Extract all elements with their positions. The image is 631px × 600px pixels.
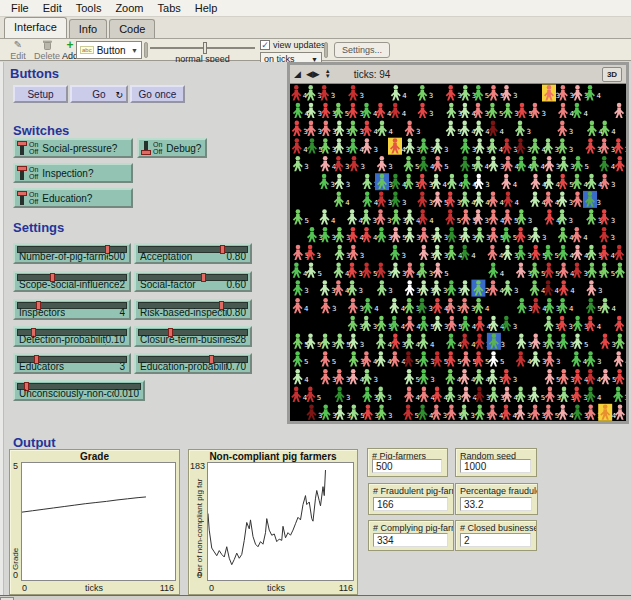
menu-zoom[interactable]: Zoom [109, 1, 149, 15]
svg-text:3: 3 [625, 146, 626, 154]
svg-text:3: 3 [304, 288, 308, 296]
menu-tabs[interactable]: Tabs [152, 1, 187, 15]
svg-text:3: 3 [527, 252, 531, 260]
speed-slider-knob[interactable] [203, 42, 207, 54]
view-updates-checkbox[interactable]: ✓ [260, 40, 270, 50]
svg-text:3: 3 [416, 128, 420, 136]
svg-text:5: 5 [430, 323, 434, 331]
menu-file[interactable]: File [5, 1, 35, 15]
vertical-arrows-icon[interactable]: ▲▼ [325, 69, 331, 79]
svg-text:4: 4 [611, 128, 616, 136]
svg-text:4: 4 [612, 412, 617, 420]
slider-acceptation[interactable]: Acceptation0.80 [134, 243, 252, 264]
svg-text:3: 3 [556, 92, 560, 100]
slider-inspectors[interactable]: Inspectors4 [13, 299, 131, 320]
on-off-labels: OnOff [29, 166, 38, 180]
svg-text:3: 3 [541, 110, 545, 118]
svg-text:5: 5 [485, 359, 489, 367]
switch-knob[interactable] [17, 141, 27, 146]
switch-label: Inspection? [42, 168, 93, 179]
view-updates-toggle[interactable]: ✓ view updates [260, 40, 326, 50]
slider-risk-based-inspection[interactable]: Risk-based-inspection0.80 [134, 299, 252, 320]
svg-text:5: 5 [612, 376, 616, 384]
section-heading-settings: Settings [13, 220, 64, 235]
svg-text:3: 3 [486, 234, 490, 242]
svg-text:5: 5 [317, 394, 321, 402]
switch-debug[interactable]: OnOffDebug? [137, 138, 207, 158]
switch-toggle[interactable] [17, 165, 27, 181]
switch-toggle[interactable] [17, 140, 27, 156]
pencil-icon: ✎ [6, 40, 30, 51]
svg-text:5: 5 [415, 412, 419, 420]
edit-tool[interactable]: ✎ Edit [6, 40, 30, 61]
svg-text:3: 3 [332, 412, 336, 420]
setup-button[interactable]: Setup [13, 85, 68, 103]
horizontal-scrollbar[interactable] [0, 595, 631, 600]
slider-detection-probability[interactable]: Detection-probability0.10 [13, 326, 131, 347]
go-button[interactable]: Go↻ [70, 85, 128, 103]
tab-code[interactable]: Code [109, 19, 155, 38]
slider-value: 0.70 [227, 361, 246, 372]
slider-scope-social-influence[interactable]: Scope-social-influence2 [13, 271, 131, 292]
slider-education-probability[interactable]: Education-probability0.70 [134, 353, 252, 374]
slider-value: 0.10 [106, 334, 125, 345]
svg-text:3: 3 [471, 412, 475, 420]
speed-slider[interactable]: normal speed [150, 40, 255, 64]
world-view-header: ◢ ◀▶ ▲▼ ticks: 94 3D [290, 65, 626, 84]
3d-view-button[interactable]: 3D [602, 67, 622, 82]
svg-text:3: 3 [611, 181, 615, 189]
go-once-button[interactable]: Go once [130, 85, 185, 103]
world-field[interactable]: 4333433355333344335344433435353445333334… [290, 84, 626, 421]
switch-education[interactable]: OnOffEducation? [13, 188, 133, 208]
switch-inspection[interactable]: OnOffInspection? [13, 163, 133, 183]
svg-text:4: 4 [485, 199, 490, 207]
tab-info[interactable]: Info [69, 19, 107, 38]
svg-text:4: 4 [304, 305, 309, 313]
slider-closure-term-business[interactable]: Closure-term-business28 [134, 326, 252, 347]
svg-text:4: 4 [597, 394, 602, 402]
switch-toggle[interactable] [17, 190, 27, 206]
menu-help[interactable]: Help [189, 1, 224, 15]
switch-toggle[interactable] [141, 140, 151, 156]
widget-type-dropdown[interactable]: abc Button ▼ [76, 41, 142, 59]
svg-text:5: 5 [611, 270, 615, 278]
slider-value: 500 [108, 251, 125, 262]
menu-edit[interactable]: Edit [37, 1, 68, 15]
svg-text:3: 3 [527, 146, 531, 154]
svg-text:3: 3 [584, 270, 588, 278]
switch-social-pressure[interactable]: OnOffSocial-pressure? [13, 138, 133, 158]
horizontal-arrows-icon[interactable]: ◀▶ [306, 70, 320, 79]
svg-text:3: 3 [444, 146, 448, 154]
svg-text:3: 3 [457, 305, 461, 313]
slider-educators[interactable]: Educators3 [13, 353, 131, 374]
slider-social-factor[interactable]: Social-factor0.60 [134, 271, 252, 292]
monitor-value: 500 [372, 459, 442, 473]
svg-text:3: 3 [318, 110, 322, 118]
svg-text:4: 4 [485, 305, 490, 313]
svg-text:4: 4 [471, 376, 476, 384]
svg-text:4: 4 [304, 376, 309, 384]
slider-number-of-pig-farmers[interactable]: Number-of-pig-farmers500 [13, 243, 131, 264]
svg-text:3: 3 [444, 323, 448, 331]
settings-button[interactable]: Settings... [334, 42, 390, 58]
delete-tool[interactable]: Delete [32, 40, 62, 61]
switch-knob[interactable] [141, 150, 151, 155]
menu-tools[interactable]: Tools [70, 1, 108, 15]
tab-interface[interactable]: Interface [4, 17, 67, 38]
svg-text:3: 3 [347, 412, 351, 420]
svg-text:3: 3 [444, 252, 448, 260]
svg-text:3: 3 [332, 376, 336, 384]
svg-text:4: 4 [500, 128, 505, 136]
svg-text:3: 3 [429, 305, 433, 313]
speed-slider-track[interactable] [150, 47, 255, 49]
switch-knob[interactable] [17, 191, 27, 196]
svg-text:5: 5 [416, 376, 420, 384]
y-axis-label: ber of non-compliant pig far [195, 472, 204, 576]
slider-unconsciously-non-compli-[interactable]: Unconsciously-non-compli...0.010 [13, 380, 145, 401]
chevron-down-icon: ▼ [131, 47, 138, 54]
world-view[interactable]: ◢ ◀▶ ▲▼ ticks: 94 3D 4333433355333344335… [287, 62, 629, 424]
switch-label: Debug? [166, 143, 201, 154]
resize-corner-icon[interactable]: ◢ [294, 70, 301, 79]
switch-knob[interactable] [17, 166, 27, 171]
svg-text:4: 4 [345, 199, 350, 207]
